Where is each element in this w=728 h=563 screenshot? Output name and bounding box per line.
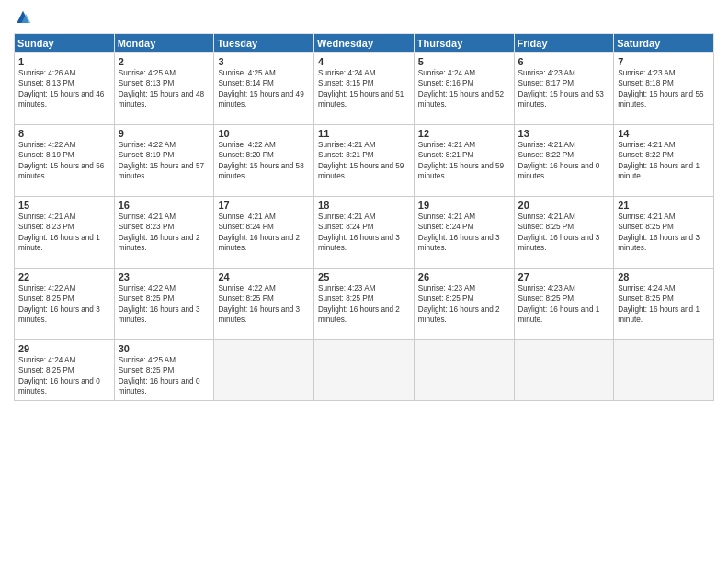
calendar-cell: 29 Sunrise: 4:24 AM Sunset: 8:25 PM Dayl… xyxy=(15,340,115,401)
day-info: Sunrise: 4:25 AM Sunset: 8:14 PM Dayligh… xyxy=(218,68,310,110)
calendar-cell: 18 Sunrise: 4:21 AM Sunset: 8:24 PM Dayl… xyxy=(314,197,415,269)
calendar-cell: 25 Sunrise: 4:23 AM Sunset: 8:25 PM Dayl… xyxy=(314,269,415,340)
day-info: Sunrise: 4:23 AM Sunset: 8:25 PM Dayligh… xyxy=(518,283,610,326)
day-info: Sunrise: 4:25 AM Sunset: 8:25 PM Dayligh… xyxy=(119,355,210,397)
day-number: 2 xyxy=(119,56,210,67)
calendar-cell: 20 Sunrise: 4:21 AM Sunset: 8:25 PM Dayl… xyxy=(514,197,614,269)
day-info: Sunrise: 4:24 AM Sunset: 8:16 PM Dayligh… xyxy=(418,68,510,110)
day-info: Sunrise: 4:23 AM Sunset: 8:25 PM Dayligh… xyxy=(318,283,410,326)
day-number: 11 xyxy=(318,128,410,139)
calendar-cell: 23 Sunrise: 4:22 AM Sunset: 8:25 PM Dayl… xyxy=(114,269,214,340)
calendar-week-row: 29 Sunrise: 4:24 AM Sunset: 8:25 PM Dayl… xyxy=(15,340,714,401)
header xyxy=(14,9,714,28)
logo-icon xyxy=(14,9,32,28)
page: SundayMondayTuesdayWednesdayThursdayFrid… xyxy=(0,0,728,563)
calendar-cell: 2 Sunrise: 4:25 AM Sunset: 8:13 PM Dayli… xyxy=(114,53,214,125)
calendar-cell xyxy=(614,340,714,401)
day-number: 23 xyxy=(119,271,210,282)
calendar-cell: 27 Sunrise: 4:23 AM Sunset: 8:25 PM Dayl… xyxy=(514,269,614,340)
day-info: Sunrise: 4:24 AM Sunset: 8:25 PM Dayligh… xyxy=(18,355,110,397)
calendar-cell xyxy=(414,340,514,401)
day-number: 16 xyxy=(119,200,210,211)
calendar-header-friday: Friday xyxy=(514,34,614,53)
day-number: 14 xyxy=(618,128,710,139)
day-number: 15 xyxy=(18,200,110,211)
logo xyxy=(14,9,34,28)
day-number: 10 xyxy=(218,128,310,139)
day-info: Sunrise: 4:22 AM Sunset: 8:19 PM Dayligh… xyxy=(119,140,210,182)
calendar-cell xyxy=(214,340,314,401)
calendar-table: SundayMondayTuesdayWednesdayThursdayFrid… xyxy=(14,33,714,401)
day-info: Sunrise: 4:21 AM Sunset: 8:24 PM Dayligh… xyxy=(318,212,410,254)
calendar-cell xyxy=(514,340,614,401)
day-info: Sunrise: 4:21 AM Sunset: 8:22 PM Dayligh… xyxy=(618,140,710,182)
day-number: 9 xyxy=(119,128,210,139)
calendar-cell: 1 Sunrise: 4:26 AM Sunset: 8:13 PM Dayli… xyxy=(15,53,115,125)
calendar-cell: 26 Sunrise: 4:23 AM Sunset: 8:25 PM Dayl… xyxy=(414,269,514,340)
calendar-header-saturday: Saturday xyxy=(614,34,714,53)
calendar-cell xyxy=(314,340,415,401)
day-number: 29 xyxy=(18,343,110,354)
day-number: 6 xyxy=(518,56,610,67)
day-info: Sunrise: 4:23 AM Sunset: 8:17 PM Dayligh… xyxy=(518,68,610,110)
day-info: Sunrise: 4:23 AM Sunset: 8:18 PM Dayligh… xyxy=(618,68,710,110)
calendar-cell: 21 Sunrise: 4:21 AM Sunset: 8:25 PM Dayl… xyxy=(614,197,714,269)
calendar-cell: 9 Sunrise: 4:22 AM Sunset: 8:19 PM Dayli… xyxy=(114,125,214,197)
calendar-cell: 30 Sunrise: 4:25 AM Sunset: 8:25 PM Dayl… xyxy=(114,340,214,401)
day-number: 7 xyxy=(618,56,710,67)
day-info: Sunrise: 4:21 AM Sunset: 8:24 PM Dayligh… xyxy=(218,212,310,254)
day-info: Sunrise: 4:21 AM Sunset: 8:23 PM Dayligh… xyxy=(18,212,110,254)
day-number: 27 xyxy=(518,271,610,282)
day-info: Sunrise: 4:24 AM Sunset: 8:25 PM Dayligh… xyxy=(618,283,710,326)
calendar-week-row: 15 Sunrise: 4:21 AM Sunset: 8:23 PM Dayl… xyxy=(15,197,714,269)
day-number: 5 xyxy=(418,56,510,67)
calendar-cell: 28 Sunrise: 4:24 AM Sunset: 8:25 PM Dayl… xyxy=(614,269,714,340)
day-number: 19 xyxy=(418,200,510,211)
day-number: 20 xyxy=(518,200,610,211)
calendar-header-tuesday: Tuesday xyxy=(214,34,314,53)
day-info: Sunrise: 4:21 AM Sunset: 8:24 PM Dayligh… xyxy=(418,212,510,254)
calendar-cell: 6 Sunrise: 4:23 AM Sunset: 8:17 PM Dayli… xyxy=(514,53,614,125)
calendar-cell: 12 Sunrise: 4:21 AM Sunset: 8:21 PM Dayl… xyxy=(414,125,514,197)
calendar-cell: 17 Sunrise: 4:21 AM Sunset: 8:24 PM Dayl… xyxy=(214,197,314,269)
day-number: 13 xyxy=(518,128,610,139)
calendar-cell: 13 Sunrise: 4:21 AM Sunset: 8:22 PM Dayl… xyxy=(514,125,614,197)
day-info: Sunrise: 4:23 AM Sunset: 8:25 PM Dayligh… xyxy=(418,283,510,326)
day-number: 21 xyxy=(618,200,710,211)
day-number: 28 xyxy=(618,271,710,282)
day-info: Sunrise: 4:22 AM Sunset: 8:25 PM Dayligh… xyxy=(218,283,310,326)
calendar-cell: 22 Sunrise: 4:22 AM Sunset: 8:25 PM Dayl… xyxy=(15,269,115,340)
day-info: Sunrise: 4:21 AM Sunset: 8:25 PM Dayligh… xyxy=(618,212,710,254)
calendar-cell: 19 Sunrise: 4:21 AM Sunset: 8:24 PM Dayl… xyxy=(414,197,514,269)
day-info: Sunrise: 4:24 AM Sunset: 8:15 PM Dayligh… xyxy=(318,68,410,110)
day-number: 12 xyxy=(418,128,510,139)
calendar-cell: 8 Sunrise: 4:22 AM Sunset: 8:19 PM Dayli… xyxy=(15,125,115,197)
calendar-cell: 14 Sunrise: 4:21 AM Sunset: 8:22 PM Dayl… xyxy=(614,125,714,197)
calendar-week-row: 1 Sunrise: 4:26 AM Sunset: 8:13 PM Dayli… xyxy=(15,53,714,125)
day-info: Sunrise: 4:21 AM Sunset: 8:21 PM Dayligh… xyxy=(418,140,510,182)
day-info: Sunrise: 4:22 AM Sunset: 8:25 PM Dayligh… xyxy=(119,283,210,326)
day-number: 18 xyxy=(318,200,410,211)
day-number: 8 xyxy=(18,128,110,139)
day-number: 4 xyxy=(318,56,410,67)
day-info: Sunrise: 4:22 AM Sunset: 8:20 PM Dayligh… xyxy=(218,140,310,182)
calendar-header-thursday: Thursday xyxy=(414,34,514,53)
calendar-header-wednesday: Wednesday xyxy=(314,34,415,53)
calendar-cell: 7 Sunrise: 4:23 AM Sunset: 8:18 PM Dayli… xyxy=(614,53,714,125)
calendar-cell: 4 Sunrise: 4:24 AM Sunset: 8:15 PM Dayli… xyxy=(314,53,415,125)
day-number: 1 xyxy=(18,56,110,67)
day-number: 30 xyxy=(119,343,210,354)
calendar-cell: 16 Sunrise: 4:21 AM Sunset: 8:23 PM Dayl… xyxy=(114,197,214,269)
day-info: Sunrise: 4:21 AM Sunset: 8:21 PM Dayligh… xyxy=(318,140,410,182)
calendar-header-monday: Monday xyxy=(114,34,214,53)
day-number: 17 xyxy=(218,200,310,211)
calendar-cell: 11 Sunrise: 4:21 AM Sunset: 8:21 PM Dayl… xyxy=(314,125,415,197)
calendar-week-row: 8 Sunrise: 4:22 AM Sunset: 8:19 PM Dayli… xyxy=(15,125,714,197)
calendar-header-row: SundayMondayTuesdayWednesdayThursdayFrid… xyxy=(15,34,714,53)
day-info: Sunrise: 4:22 AM Sunset: 8:25 PM Dayligh… xyxy=(18,283,110,326)
calendar-cell: 15 Sunrise: 4:21 AM Sunset: 8:23 PM Dayl… xyxy=(15,197,115,269)
day-number: 24 xyxy=(218,271,310,282)
day-info: Sunrise: 4:22 AM Sunset: 8:19 PM Dayligh… xyxy=(18,140,110,182)
day-number: 3 xyxy=(218,56,310,67)
calendar-cell: 3 Sunrise: 4:25 AM Sunset: 8:14 PM Dayli… xyxy=(214,53,314,125)
